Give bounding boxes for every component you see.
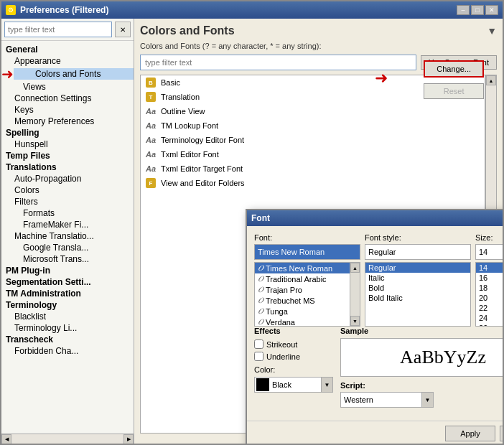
tree-item-tm-admin[interactable]: TM Administration [1, 288, 134, 299]
title-bar: ⚙ Preferences (Filtered) – □ ✕ [1, 1, 503, 19]
tree-item-connection-settings[interactable]: Connection Settings [1, 93, 134, 104]
scroll-left-btn[interactable]: ◀ [1, 434, 11, 444]
expand-icon[interactable]: ▼ [487, 25, 497, 37]
scroll-up-btn[interactable]: ▲ [486, 75, 496, 85]
tree-item-filters[interactable]: Filters [1, 196, 134, 207]
tree-item-pm-plugin[interactable]: PM Plug-in [1, 265, 134, 276]
tree-item-machine-translation[interactable]: Machine Translatio... [1, 230, 134, 242]
size-list[interactable]: 14 16 18 20 22 24 26 [475, 262, 503, 327]
style-input[interactable] [365, 244, 471, 260]
list-item-txml-target[interactable]: Aa Txml Editor Target Font [141, 161, 485, 176]
font-input[interactable] [254, 244, 360, 260]
font-list-item-times[interactable]: 𝑂 Times New Roman [255, 263, 350, 273]
tree-item-terminology[interactable]: Terminology [1, 299, 134, 311]
style-list-item-bold-italic[interactable]: Bold Italic [365, 293, 470, 303]
tree-item-views[interactable]: Views [1, 81, 134, 93]
tree-item-keys[interactable]: Keys [1, 104, 134, 116]
style-bold-label: Bold [368, 284, 384, 292]
filter-input[interactable] [4, 22, 112, 37]
apply-button[interactable]: Apply [445, 426, 495, 441]
tree-item-colors[interactable]: Colors [1, 184, 134, 196]
txml-target-icon: Aa [145, 163, 157, 174]
window-title: Preferences (Filtered) [20, 5, 108, 15]
font-list[interactable]: 𝑂 Times New Roman 𝑂 Traditional Arabic 𝑂 [254, 262, 350, 327]
size-list-item-22[interactable]: 22 [476, 303, 503, 313]
size-list-item-16[interactable]: 16 [476, 273, 503, 283]
minimize-button[interactable]: – [457, 5, 470, 15]
sample-box: AaBbYyZz [340, 338, 503, 377]
effects-section: Effects Strikeout Underline Color: [254, 327, 503, 408]
color-dropdown[interactable]: Black ▼ [254, 377, 333, 393]
tree-item-transcheck[interactable]: Transcheck [1, 334, 134, 345]
font-list-item-trebuchet[interactable]: 𝑂 Trebuchet MS [255, 295, 350, 306]
font-label: Font: [254, 233, 360, 242]
tree-item-temp-files[interactable]: Temp Files [1, 150, 134, 161]
tree-item-hunspell[interactable]: Hunspell [1, 139, 134, 150]
aa-icon-2: Aa [146, 121, 156, 130]
tree-item-memory-preferences[interactable]: Memory Preferences [1, 116, 134, 127]
reset-button[interactable]: Reset [424, 83, 484, 99]
list-item-view-editor-folders[interactable]: F View and Editor Folders [141, 176, 485, 190]
size-input[interactable] [475, 244, 503, 260]
translation-img-icon: T [146, 92, 156, 102]
tree-item-framemaker[interactable]: FrameMaker Fi... [1, 219, 134, 230]
dialog-title-bar: Font ✕ [247, 210, 503, 226]
change-button[interactable]: Change... [424, 60, 484, 78]
size-list-item-24[interactable]: 24 [476, 313, 503, 323]
font-scroll-down[interactable]: ▼ [350, 316, 360, 326]
tree-item-colors-fonts[interactable]: Colors and Fonts [14, 68, 134, 80]
font-list-item-arabic[interactable]: 𝑂 Traditional Arabic [255, 273, 350, 284]
font-list-item-tunga[interactable]: 𝑂 Tunga [255, 306, 350, 317]
font-scroll-track [350, 273, 360, 316]
font-list-item-verdana[interactable]: 𝑂 Verdana [255, 317, 350, 327]
font-scroll-up[interactable]: ▲ [350, 263, 360, 273]
script-dropdown-arrow[interactable]: ▼ [421, 393, 433, 407]
tree-item-forbidden-char[interactable]: Forbidden Cha... [1, 345, 134, 357]
sample-text: AaBbYyZz [400, 347, 486, 368]
filter-row: ✕ [1, 19, 134, 41]
tree-item-segmentation[interactable]: Segmentation Setti... [1, 276, 134, 288]
size-14-label: 14 [479, 263, 487, 272]
tree-item-terminology-li[interactable]: Terminology Li... [1, 322, 134, 334]
tree-item-general[interactable]: General [1, 44, 134, 55]
close-button[interactable]: ✕ [485, 5, 498, 15]
underline-checkbox[interactable] [254, 352, 263, 361]
tree-item-microsoft-translate[interactable]: Microsoft Trans... [1, 253, 134, 265]
tree-item-translations[interactable]: Translations [1, 161, 134, 173]
tree-item-auto-propagation[interactable]: Auto-Propagation [1, 173, 134, 184]
style-list-item-bold[interactable]: Bold [365, 283, 470, 293]
list-item-txml-editor[interactable]: Aa Txml Editor Font [141, 147, 485, 161]
scroll-right-btn[interactable]: ▶ [123, 434, 134, 444]
tree-item-google-translate[interactable]: Google Transla... [1, 242, 134, 253]
size-list-item-20[interactable]: 20 [476, 293, 503, 303]
size-list-item-18[interactable]: 18 [476, 283, 503, 293]
outline-view-icon: Aa [145, 106, 157, 117]
font-italic-icon-2: 𝑂 [258, 274, 263, 284]
cancel-dialog-button[interactable]: Cancel [500, 426, 503, 441]
panel-filter-input[interactable] [140, 55, 416, 70]
tree-item-formats[interactable]: Formats [1, 207, 134, 219]
strikeout-checkbox[interactable] [254, 339, 263, 349]
folder-img-icon: F [146, 178, 156, 188]
tree-item-spelling[interactable]: Spelling [1, 127, 134, 139]
style-list-item-regular[interactable]: Regular [365, 263, 470, 273]
font-list-item-trajan[interactable]: 𝑂 Trajan Pro [255, 284, 350, 295]
maximize-button[interactable]: □ [471, 5, 484, 15]
script-dropdown[interactable]: Western ▼ [340, 392, 434, 408]
style-list[interactable]: Regular Italic Bold Bold Italic [365, 262, 471, 327]
script-label: Script: [340, 381, 503, 390]
filter-clear-button[interactable]: ✕ [115, 22, 131, 37]
color-dropdown-arrow[interactable]: ▼ [321, 378, 332, 392]
font-column: Font: 𝑂 Times New Roman 𝑂 [254, 233, 360, 327]
tree-view: General Appearance ➜ Colors and Fonts Vi… [1, 41, 134, 434]
list-item-terminology-editor[interactable]: Aa Terminology Editor Font [141, 133, 485, 147]
font-dialog: Font ✕ Font: 𝑂 [246, 209, 503, 444]
list-item-outline-view[interactable]: Aa Outline View [141, 104, 485, 118]
arrow-indicator: ➜ [1, 67, 14, 81]
tree-item-appearance[interactable]: Appearance [1, 55, 134, 67]
list-item-tm-lookup[interactable]: Aa TM Lookup Font [141, 118, 485, 133]
style-list-item-italic[interactable]: Italic [365, 273, 470, 283]
window-icon: ⚙ [6, 5, 16, 15]
tree-item-blacklist[interactable]: Blacklist [1, 311, 134, 322]
size-list-item-14[interactable]: 14 [476, 263, 503, 273]
